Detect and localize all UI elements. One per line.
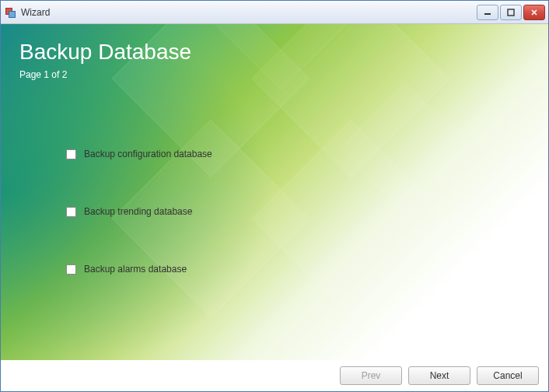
cancel-button[interactable]: Cancel [477, 366, 539, 385]
label-trending-db[interactable]: Backup trending database [84, 206, 192, 217]
window-controls [475, 5, 545, 20]
window-title: Wizard [21, 7, 475, 18]
option-alarms-db: Backup alarms database [66, 264, 212, 275]
options-list: Backup configuration database Backup tre… [66, 149, 212, 321]
page-subtitle: Page 1 of 2 [19, 69, 191, 80]
svg-rect-1 [508, 9, 514, 16]
checkbox-trending-db[interactable] [66, 207, 76, 217]
close-button[interactable] [523, 5, 545, 20]
label-alarms-db[interactable]: Backup alarms database [84, 264, 187, 275]
next-button[interactable]: Next [408, 366, 470, 385]
titlebar[interactable]: Wizard [1, 1, 548, 24]
prev-button: Prev [340, 366, 402, 385]
content-area: Backup Database Page 1 of 2 Backup confi… [1, 24, 548, 360]
wizard-window: Wizard Backup Database Page 1 of [0, 0, 549, 392]
maximize-icon [507, 9, 515, 16]
page-title: Backup Database [19, 40, 191, 65]
app-icon [4, 6, 16, 19]
maximize-button[interactable] [500, 5, 522, 20]
option-trending-db: Backup trending database [66, 206, 212, 217]
minimize-icon [484, 9, 491, 16]
minimize-button[interactable] [477, 5, 498, 20]
checkbox-alarms-db[interactable] [66, 264, 76, 275]
label-config-db[interactable]: Backup configuration database [84, 149, 212, 159]
close-icon [530, 9, 538, 16]
page-header: Backup Database Page 1 of 2 [19, 40, 191, 80]
svg-rect-0 [484, 13, 491, 15]
checkbox-config-db[interactable] [66, 149, 76, 159]
option-config-db: Backup configuration database [66, 149, 212, 159]
button-bar: Prev Next Cancel [1, 360, 548, 391]
